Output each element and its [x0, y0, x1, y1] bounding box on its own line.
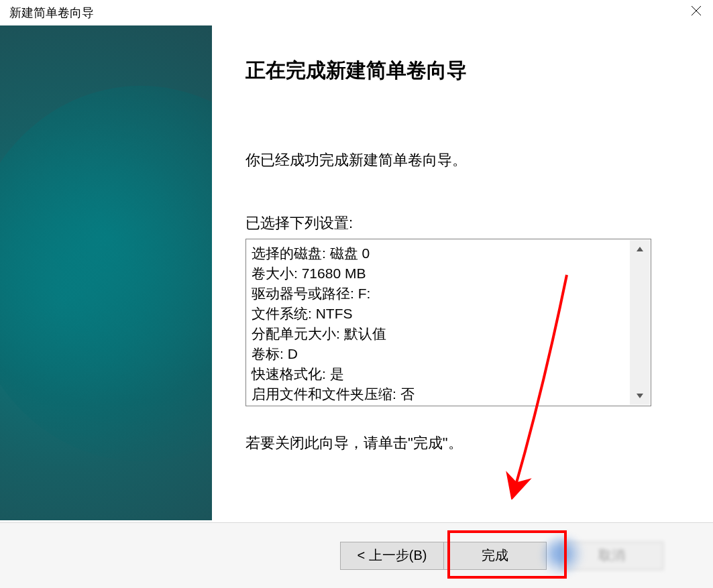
closing-text: 若要关闭此向导，请单击"完成"。 [245, 433, 673, 453]
intro-text: 你已经成功完成新建简单卷向导。 [245, 150, 673, 170]
settings-list: 选择的磁盘: 磁盘 0 卷大小: 71680 MB 驱动器号或路径: F: 文件… [246, 239, 651, 406]
scroll-down-button[interactable] [630, 388, 650, 405]
title-bar: 新建简单卷向导 [0, 0, 713, 25]
scroll-up-button[interactable] [630, 240, 650, 257]
settings-listbox[interactable]: 选择的磁盘: 磁盘 0 卷大小: 71680 MB 驱动器号或路径: F: 文件… [245, 239, 651, 406]
svg-marker-2 [637, 247, 643, 251]
settings-label: 已选择下列设置: [245, 213, 673, 233]
window-title: 新建简单卷向导 [9, 5, 94, 21]
dialog-body: 正在完成新建简单卷向导 你已经成功完成新建简单卷向导。 已选择下列设置: 选择的… [0, 25, 713, 522]
chevron-up-icon [636, 245, 644, 252]
list-item: 选择的磁盘: 磁盘 0 [252, 243, 645, 263]
list-item: 卷标: D [252, 344, 645, 364]
scrollbar[interactable] [630, 240, 650, 405]
close-button[interactable] [683, 1, 709, 21]
list-item: 驱动器号或路径: F: [252, 284, 645, 304]
decorative-blur [541, 536, 586, 576]
button-row: < 上一步(B) 完成 取消 [0, 522, 713, 588]
page-heading: 正在完成新建简单卷向导 [245, 57, 673, 84]
list-item: 卷大小: 71680 MB [252, 263, 645, 284]
back-button[interactable]: < 上一步(B) [340, 542, 443, 570]
chevron-down-icon [636, 393, 644, 400]
finish-button[interactable]: 完成 [443, 542, 547, 570]
list-item: 文件系统: NTFS [252, 304, 645, 324]
close-icon [690, 5, 702, 17]
list-item: 快速格式化: 是 [252, 364, 645, 384]
list-item: 分配单元大小: 默认值 [252, 324, 645, 344]
content-area: 正在完成新建简单卷向导 你已经成功完成新建简单卷向导。 已选择下列设置: 选择的… [212, 25, 713, 522]
svg-marker-3 [637, 394, 643, 398]
wizard-banner [0, 25, 212, 520]
list-item: 启用文件和文件夹压缩: 否 [252, 384, 645, 404]
